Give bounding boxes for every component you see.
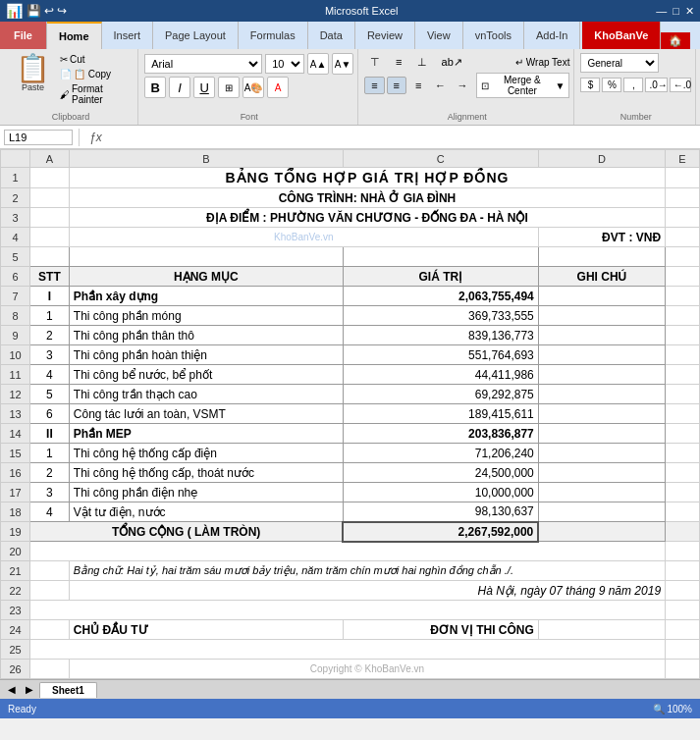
paste-button[interactable]: 📋 Paste — [10, 53, 56, 94]
row-num-7[interactable]: 7 — [1, 287, 30, 306]
font-color-btn[interactable]: A — [267, 77, 289, 98]
sheet-tab-1[interactable]: Sheet1 — [39, 682, 97, 698]
cell-D16[interactable] — [538, 463, 665, 483]
cell-B11[interactable]: Thi công bể nước, bể phốt — [69, 365, 343, 385]
cell-C17[interactable]: 10,000,000 — [343, 483, 538, 502]
cell-A17[interactable]: 3 — [30, 483, 70, 502]
cell-D5[interactable] — [538, 247, 665, 267]
cell-D6[interactable]: GHI CHÚ — [538, 267, 665, 287]
tab-insert[interactable]: Insert — [102, 22, 154, 49]
cell-C9[interactable]: 839,136,773 — [343, 326, 538, 345]
indent-increase-btn[interactable]: → — [453, 77, 472, 94]
cell-A26[interactable] — [30, 660, 70, 679]
col-D[interactable]: D — [538, 150, 665, 168]
row-num-5[interactable]: 5 — [1, 247, 30, 267]
cell-E10[interactable] — [666, 345, 700, 365]
row-num-19[interactable]: 19 — [1, 522, 30, 542]
save-icon[interactable]: 💾 — [27, 4, 41, 18]
cell-B12[interactable]: Thi công trần thạch cao — [69, 385, 343, 404]
cell-reference-input[interactable] — [4, 130, 73, 145]
row-num-14[interactable]: 14 — [1, 424, 30, 444]
row-num-22[interactable]: 22 — [1, 581, 30, 601]
cell-D19[interactable] — [538, 522, 665, 542]
row-num-8[interactable]: 8 — [1, 306, 30, 326]
row-num-12[interactable]: 12 — [1, 385, 30, 404]
tab-review[interactable]: Review — [355, 22, 415, 49]
cell-C8[interactable]: 369,733,555 — [343, 306, 538, 326]
cell-B24[interactable]: CHỦ ĐẦU TƯ — [69, 620, 343, 640]
orientation-btn[interactable]: ab↗ — [441, 53, 462, 71]
cell-D10[interactable] — [538, 345, 665, 365]
cell-A25[interactable] — [30, 640, 666, 660]
cell-B17[interactable]: Thi công phần điện nhẹ — [69, 483, 343, 502]
number-format-select[interactable]: General — [580, 53, 659, 73]
cell-E1[interactable] — [666, 168, 700, 188]
tab-vntools[interactable]: vnTools — [463, 22, 524, 49]
row-num-16[interactable]: 16 — [1, 463, 30, 483]
cell-B15[interactable]: Thi công hệ thống cấp điện — [69, 444, 343, 463]
row-num-3[interactable]: 3 — [1, 208, 30, 228]
cell-E14[interactable] — [666, 424, 700, 444]
cell-B9[interactable]: Thi công phần thân thô — [69, 326, 343, 345]
cell-A22[interactable] — [30, 581, 70, 601]
cell-E6[interactable] — [666, 267, 700, 287]
cell-C13[interactable]: 189,415,611 — [343, 404, 538, 424]
row-num-13[interactable]: 13 — [1, 404, 30, 424]
comma-btn[interactable]: , — [623, 78, 643, 92]
border-btn[interactable]: ⊞ — [218, 77, 240, 98]
cell-E12[interactable] — [666, 385, 700, 404]
cell-B10[interactable]: Thi công phần hoàn thiện — [69, 345, 343, 365]
cell-E4[interactable] — [666, 228, 700, 247]
row-num-11[interactable]: 11 — [1, 365, 30, 385]
row-num-4[interactable]: 4 — [1, 228, 30, 247]
cell-A15[interactable]: 1 — [30, 444, 70, 463]
cell-C14[interactable]: 203,836,877 — [343, 424, 538, 444]
cell-A5[interactable] — [30, 247, 70, 267]
cell-E22[interactable] — [666, 581, 700, 601]
cell-A16[interactable]: 2 — [30, 463, 70, 483]
cell-E20[interactable] — [666, 542, 700, 561]
cell-D7[interactable] — [538, 287, 665, 306]
cell-D8[interactable] — [538, 306, 665, 326]
cell-E24[interactable] — [666, 620, 700, 640]
row-num-15[interactable]: 15 — [1, 444, 30, 463]
cell-E7[interactable] — [666, 287, 700, 306]
row-num-1[interactable]: 1 — [1, 168, 30, 188]
col-A[interactable]: A — [30, 150, 70, 168]
tab-file[interactable]: File — [0, 22, 47, 49]
cell-B5[interactable] — [69, 247, 343, 267]
zoom-icon[interactable]: 🔍 — [653, 704, 665, 714]
cell-A7[interactable]: I — [30, 287, 70, 306]
cell-B8[interactable]: Thi công phần móng — [69, 306, 343, 326]
tab-view[interactable]: View — [415, 22, 463, 49]
percent-btn[interactable]: % — [602, 78, 621, 92]
row-num-21[interactable]: 21 — [1, 561, 30, 581]
cell-A21[interactable] — [30, 561, 70, 581]
cell-B22[interactable]: Hà Nội, ngày 07 tháng 9 năm 2019 — [69, 581, 665, 601]
align-bottom-btn[interactable]: ⊥ — [411, 53, 433, 71]
cell-A24[interactable] — [30, 620, 70, 640]
tab-pagelayout[interactable]: Page Layout — [153, 22, 239, 49]
cell-B7[interactable]: Phần xây dựng — [69, 287, 343, 306]
cell-B4[interactable]: KhoBanVe.vn — [69, 228, 538, 247]
cell-C10[interactable]: 551,764,693 — [343, 345, 538, 365]
cell-C15[interactable]: 71,206,240 — [343, 444, 538, 463]
row-num-9[interactable]: 9 — [1, 326, 30, 345]
cell-A2[interactable] — [30, 188, 70, 208]
cell-D13[interactable] — [538, 404, 665, 424]
cell-E16[interactable] — [666, 463, 700, 483]
row-num-10[interactable]: 10 — [1, 345, 30, 365]
cell-C18[interactable]: 98,130,637 — [343, 502, 538, 522]
row-num-23[interactable]: 23 — [1, 601, 30, 620]
cell-B21[interactable]: Bằng chữ: Hai tỷ, hai trăm sáu mươi bảy … — [69, 561, 665, 581]
col-E[interactable]: E — [666, 150, 700, 168]
align-center-btn[interactable]: ≡ — [387, 77, 406, 94]
cell-D18[interactable] — [538, 502, 665, 522]
formula-function-icon[interactable]: ƒx — [85, 131, 106, 144]
row-num-20[interactable]: 20 — [1, 542, 30, 561]
cell-B26[interactable]: Copyright © KhoBanVe.vn — [69, 660, 665, 679]
cell-E11[interactable] — [666, 365, 700, 385]
font-size-select[interactable]: 10 — [265, 54, 304, 74]
cell-B14[interactable]: Phần MEP — [69, 424, 343, 444]
cell-A20[interactable] — [30, 542, 666, 561]
